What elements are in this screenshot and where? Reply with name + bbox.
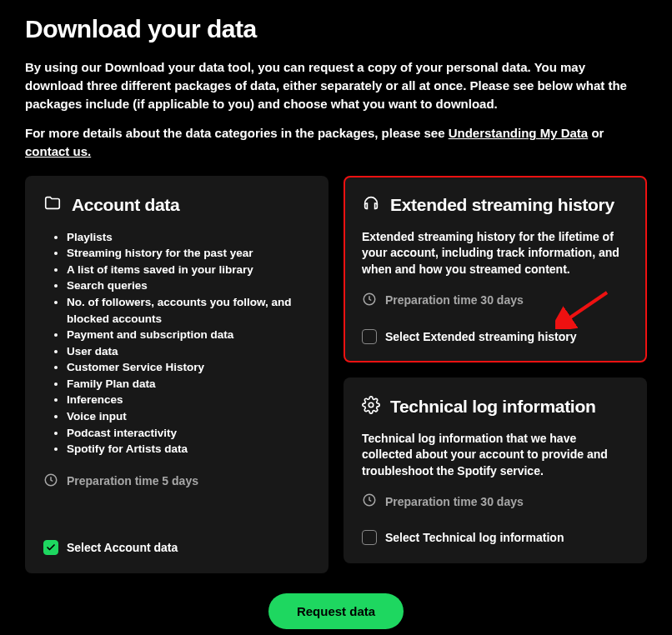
clock-icon [362, 492, 377, 510]
gear-icon [362, 396, 380, 418]
checkbox-unchecked-icon [362, 329, 377, 344]
list-item: Family Plan data [67, 376, 310, 392]
details-prefix: For more details about the data categori… [25, 126, 449, 140]
select-technical-log[interactable]: Select Technical log information [362, 530, 629, 545]
list-item: Payment and subscription data [67, 327, 310, 343]
list-item: Podcast interactivity [67, 425, 310, 442]
intro-paragraph: By using our Download your data tool, yo… [25, 58, 647, 112]
page-title: Download your data [25, 15, 647, 43]
technical-card-description: Technical log information that we have c… [362, 431, 629, 480]
select-extended-label: Select Extended streaming history [385, 330, 577, 343]
list-item: No. of followers, accounts you follow, a… [67, 294, 310, 327]
technical-log-card: Technical log information Technical log … [344, 378, 647, 564]
request-data-button[interactable]: Request data [268, 593, 404, 629]
extended-card-description: Extended streaming history for the lifet… [362, 229, 629, 278]
prep-time-label: Preparation time 30 days [385, 293, 524, 307]
extended-history-card: Extended streaming history Extended stre… [344, 176, 647, 362]
prep-time-label: Preparation time 30 days [385, 495, 524, 508]
list-item: Playlists [67, 229, 310, 246]
list-item: Streaming history for the past year [67, 245, 310, 262]
clock-icon [362, 292, 377, 309]
prep-time-label: Preparation time 5 days [67, 474, 198, 488]
list-item: Spotify for Artists data [67, 441, 310, 458]
select-technical-label: Select Technical log information [385, 531, 564, 544]
select-extended-history[interactable]: Select Extended streaming history [362, 329, 629, 344]
folder-icon [43, 194, 62, 216]
select-account-label: Select Account data [67, 541, 178, 554]
clock-icon [43, 472, 58, 490]
list-item: User data [67, 343, 310, 360]
select-account-data[interactable]: Select Account data [43, 540, 310, 555]
account-prep-time: Preparation time 5 days [43, 472, 310, 490]
checkbox-checked-icon [43, 540, 58, 555]
extended-prep-time: Preparation time 30 days [362, 292, 629, 309]
contact-us-link[interactable]: contact us. [25, 144, 91, 158]
checkbox-unchecked-icon [362, 530, 377, 545]
list-item: Inferences [67, 392, 310, 408]
list-item: A list of items saved in your library [67, 262, 310, 278]
svg-point-4 [369, 402, 374, 408]
list-item: Search queries [67, 278, 310, 294]
technical-prep-time: Preparation time 30 days [362, 492, 629, 510]
understanding-data-link[interactable]: Understanding My Data [449, 126, 589, 140]
list-item: Customer Service History [67, 359, 310, 376]
technical-card-title: Technical log information [390, 397, 595, 417]
extended-card-title: Extended streaming history [390, 195, 614, 215]
details-paragraph: For more details about the data categori… [25, 124, 647, 161]
details-middle: or [588, 126, 604, 140]
account-card-title: Account data [72, 195, 179, 215]
account-items-list: Playlists Streaming history for the past… [43, 229, 310, 458]
list-item: Voice input [67, 408, 310, 425]
account-data-card: Account data Playlists Streaming history… [25, 176, 328, 573]
headphones-icon [362, 194, 380, 216]
